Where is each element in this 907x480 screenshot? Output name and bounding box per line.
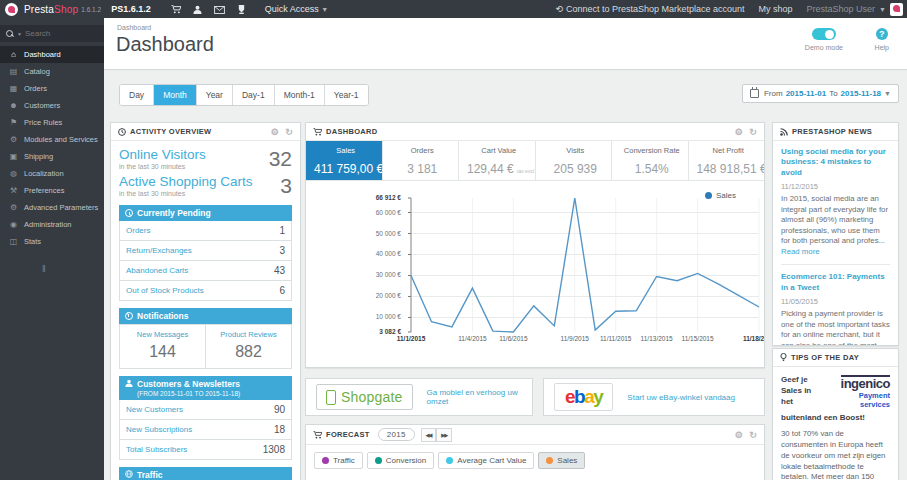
news-article-title[interactable]: Ecommerce 101: Payments in a Tweet bbox=[781, 272, 890, 293]
shopgate-link[interactable]: Ga mobiel en verhoog uw omzet bbox=[427, 388, 522, 406]
metric-orders[interactable]: Orders3 181 bbox=[383, 141, 460, 180]
refresh-icon[interactable]: ↻ bbox=[749, 127, 757, 137]
sidebar-search[interactable]: ▼ bbox=[0, 25, 104, 42]
search-input[interactable] bbox=[25, 29, 85, 38]
sidebar-item-localization[interactable]: ◍Localization bbox=[0, 165, 104, 182]
metric-label: Conversion Rate bbox=[620, 146, 684, 155]
search-scope-caret-icon[interactable]: ▼ bbox=[17, 31, 22, 37]
next-period-button[interactable]: ▶▶ bbox=[436, 428, 452, 442]
sidebar-item-price-rules[interactable]: ⚑Price Rules bbox=[0, 114, 104, 131]
my-shop-link[interactable]: My shop bbox=[759, 4, 793, 14]
online-visitors-sub: in the last 30 minutes bbox=[119, 163, 206, 170]
metric-visits[interactable]: Visits205 939 bbox=[536, 141, 613, 180]
metric-sales[interactable]: Sales411 759,00 € tax excl. bbox=[306, 141, 383, 180]
sidebar-item-label: Catalog bbox=[24, 67, 50, 76]
range-year-1-button[interactable]: Year-1 bbox=[325, 85, 368, 105]
sidebar-item-shipping[interactable]: ▣Shipping bbox=[0, 148, 104, 165]
gear-icon[interactable]: ⚙ bbox=[735, 127, 743, 137]
total-subscribers-row[interactable]: Total Subscribers1308 bbox=[119, 440, 292, 460]
forecast-traffic-button[interactable]: Traffic bbox=[314, 452, 363, 469]
sidebar-item-dashboard[interactable]: ⌂Dashboard bbox=[0, 46, 104, 63]
sidebar-collapse-button[interactable]: ‖ bbox=[42, 264, 104, 274]
row-value: 6 bbox=[279, 285, 285, 296]
preferences-icon: ⚒ bbox=[9, 186, 18, 195]
sidebar-item-administration[interactable]: ◉Administration bbox=[0, 216, 104, 233]
search-icon bbox=[6, 30, 14, 38]
metric-net-profit[interactable]: Net Profit148 918,51 € tax excl. bbox=[689, 141, 765, 180]
sidebar-item-catalog[interactable]: ▤Catalog bbox=[0, 63, 104, 80]
section-title: Currently Pending bbox=[137, 208, 211, 218]
chart-y-axis-labels: 66 912 €60 000 €50 000 €40 000 €30 000 €… bbox=[306, 198, 406, 332]
new-subscriptions-row[interactable]: New Subscriptions18 bbox=[119, 420, 292, 440]
quick-access-menu[interactable]: Quick Access ▼ bbox=[265, 4, 328, 14]
help-icon[interactable]: ? bbox=[876, 28, 888, 40]
new-messages-cell[interactable]: New Messages144 bbox=[120, 325, 205, 368]
forecast-sales-button[interactable]: Sales bbox=[538, 452, 585, 469]
pending-abandoned-carts-row[interactable]: Abandoned Carts43 bbox=[119, 261, 292, 281]
sidebar-item-customers[interactable]: ☻Customers bbox=[0, 97, 104, 114]
sidebar-menu: ⌂Dashboard ▤Catalog ▦Orders ☻Customers ⚑… bbox=[0, 46, 104, 250]
y-axis-tick-label: 10 000 € bbox=[306, 313, 401, 320]
marketplace-link[interactable]: ⟲ Connect to PrestaShop Marketplace acco… bbox=[556, 4, 745, 14]
topbar: PrestaShop 1.6.1.2 PS1.6.1.2 Quick Acces… bbox=[0, 0, 907, 18]
previous-period-button[interactable]: ◀◀ bbox=[421, 428, 437, 442]
row-value: 1 bbox=[279, 225, 285, 236]
prestashop-admin-window: PrestaShop 1.6.1.2 PS1.6.1.2 Quick Acces… bbox=[0, 0, 907, 480]
sidebar-item-modules[interactable]: ⚙Modules and Services bbox=[0, 131, 104, 148]
trophy-icon[interactable] bbox=[231, 4, 253, 14]
active-carts-sub: in the last 30 minutes bbox=[119, 190, 253, 197]
metric-cart-value[interactable]: Cart Value129,44 € tax excl. bbox=[459, 141, 536, 180]
sidebar-item-stats[interactable]: ◫Stats bbox=[0, 233, 104, 250]
range-year-button[interactable]: Year bbox=[197, 85, 233, 105]
news-panel-header: PRESTASHOP NEWS bbox=[773, 123, 898, 141]
demo-mode-toggle[interactable] bbox=[812, 28, 836, 40]
metric-conversion-rate[interactable]: Conversion Rate1.54% bbox=[612, 141, 689, 180]
online-visitors-link[interactable]: Online Visitors bbox=[119, 147, 206, 162]
cart-icon[interactable] bbox=[165, 4, 187, 14]
product-reviews-cell[interactable]: Product Reviews882 bbox=[205, 325, 291, 368]
refresh-icon[interactable]: ↻ bbox=[285, 127, 293, 137]
new-customers-row[interactable]: New Customers90 bbox=[119, 400, 292, 420]
button-label: Sales bbox=[557, 456, 577, 465]
x-axis-tick-label: 11/11/2015 bbox=[600, 335, 632, 342]
forecast-average-cart-value-button[interactable]: Average Cart Value bbox=[438, 452, 534, 469]
read-more-link[interactable]: Read more bbox=[781, 247, 820, 256]
ebay-logo: ebay bbox=[554, 383, 613, 411]
sidebar-item-label: Administration bbox=[24, 220, 72, 229]
date-range-picker[interactable]: From 2015-11-01 To 2015-11-18 ▼ bbox=[742, 84, 899, 103]
range-day-1-button[interactable]: Day-1 bbox=[233, 85, 275, 105]
customers-icon[interactable] bbox=[187, 4, 209, 14]
ebay-link[interactable]: Start uw eBay-winkel vandaag bbox=[627, 393, 735, 402]
gear-icon[interactable]: ⚙ bbox=[271, 127, 279, 137]
messages-icon[interactable] bbox=[209, 4, 231, 14]
row-value: 3 bbox=[279, 245, 285, 256]
gear-icon[interactable]: ⚙ bbox=[735, 430, 743, 440]
x-axis-tick-label: 11/9/2015 bbox=[561, 335, 589, 342]
x-axis-tick-label: 11/4/2015 bbox=[458, 335, 486, 342]
breadcrumb: Dashboard bbox=[117, 24, 151, 31]
globe-icon bbox=[125, 470, 133, 480]
user-name: PrestaShop User bbox=[807, 4, 876, 14]
pending-out-of-stock-row[interactable]: Out of Stock Products6 bbox=[119, 281, 292, 301]
pending-returns-row[interactable]: Return/Exchanges3 bbox=[119, 241, 292, 261]
range-day-button[interactable]: Day bbox=[120, 85, 154, 105]
user-menu[interactable]: PrestaShop User ▼ bbox=[807, 3, 903, 16]
row-label: Total Subscribers bbox=[126, 445, 187, 454]
modules-icon: ⚙ bbox=[9, 135, 18, 144]
active-carts-link[interactable]: Active Shopping Carts bbox=[119, 174, 253, 189]
button-label: Conversion bbox=[386, 456, 426, 465]
row-label: Abandoned Carts bbox=[126, 266, 188, 275]
row-value: 43 bbox=[274, 265, 285, 276]
forecast-conversion-button[interactable]: Conversion bbox=[367, 452, 434, 469]
help-control: ? Help bbox=[875, 28, 889, 51]
refresh-icon[interactable]: ↻ bbox=[749, 430, 757, 440]
sidebar-item-orders[interactable]: ▦Orders bbox=[0, 80, 104, 97]
range-month-1-button[interactable]: Month-1 bbox=[275, 85, 325, 105]
sidebar-item-advanced-parameters[interactable]: ⚙Advanced Parameters bbox=[0, 199, 104, 216]
metric-value: 205 939 bbox=[554, 162, 597, 176]
pending-orders-row[interactable]: Orders1 bbox=[119, 221, 292, 241]
active-carts-value: 3 bbox=[280, 174, 292, 198]
range-month-button[interactable]: Month bbox=[154, 85, 197, 105]
sidebar-item-preferences[interactable]: ⚒Preferences bbox=[0, 182, 104, 199]
news-article-title[interactable]: Using social media for your business: 4 … bbox=[781, 147, 890, 178]
